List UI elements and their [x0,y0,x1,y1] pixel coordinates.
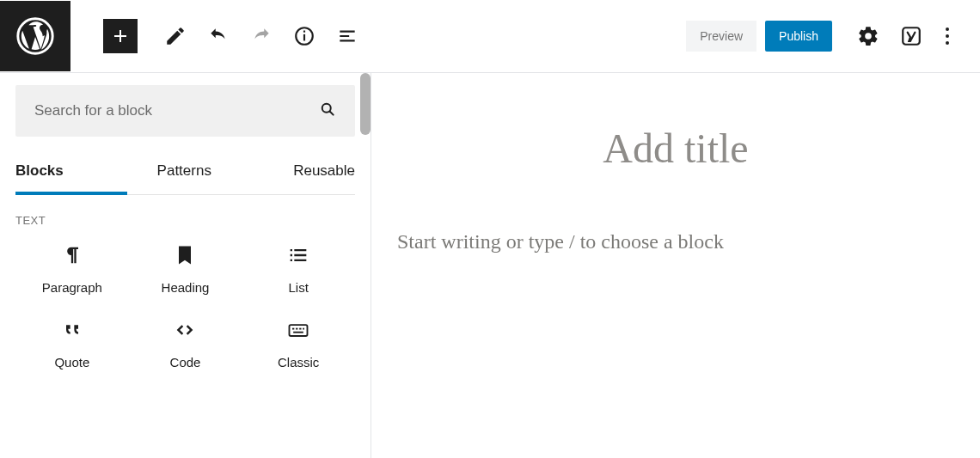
search-input[interactable] [34,102,319,119]
block-heading[interactable]: Heading [129,242,242,295]
more-options-button[interactable] [937,27,958,45]
block-label: List [288,280,308,295]
yoast-button[interactable] [894,19,928,53]
add-block-button[interactable] [103,19,138,53]
block-label: Paragraph [42,280,102,295]
svg-rect-9 [296,328,297,330]
inserter-tabs: Blocks Patterns Reusable [15,152,355,195]
post-body-input[interactable]: Start writing or type / to choose a bloc… [397,230,954,253]
preview-button[interactable]: Preview [686,21,756,52]
svg-line-6 [330,112,334,115]
settings-button[interactable] [851,19,885,53]
editor-canvas: Add title Start writing or type / to cho… [371,73,980,458]
tab-blocks[interactable]: Blocks [15,152,127,195]
block-list[interactable]: List [242,242,355,295]
post-title-input[interactable]: Add title [397,125,954,172]
dots-icon [946,27,949,31]
svg-rect-12 [293,332,303,333]
info-icon [293,25,315,47]
block-quote[interactable]: Quote [15,317,129,369]
quote-icon [60,317,84,343]
main-body: Blocks Patterns Reusable TEXT Paragraph … [0,73,980,458]
category-heading: TEXT [15,214,355,227]
list-icon [286,242,310,268]
list-view-icon [336,25,358,47]
svg-rect-7 [290,325,308,336]
paragraph-icon [60,242,84,268]
plus-icon [110,26,131,46]
tab-patterns[interactable]: Patterns [127,152,242,194]
yoast-icon [900,25,922,47]
code-icon [173,317,197,343]
publish-button[interactable]: Publish [765,21,832,52]
svg-rect-2 [303,34,305,41]
block-inserter-panel: Blocks Patterns Reusable TEXT Paragraph … [0,73,371,458]
gear-icon [857,25,879,47]
block-classic[interactable]: Classic [242,317,355,369]
block-label: Heading [162,280,210,295]
search-box [15,85,355,137]
block-grid: Paragraph Heading List [15,242,355,369]
wordpress-logo[interactable] [0,1,70,71]
svg-rect-10 [299,328,301,330]
outline-button[interactable] [330,19,364,53]
block-label: Classic [278,355,319,369]
keyboard-icon [286,317,310,343]
toolbar-left-group [0,1,364,71]
redo-icon [250,25,273,47]
bookmark-icon [173,242,197,268]
toolbar-right-group: Preview Publish [686,19,973,53]
block-code[interactable]: Code [129,317,242,369]
wordpress-icon [16,17,54,55]
edit-tools-button[interactable] [158,19,193,53]
info-button[interactable] [287,19,322,53]
search-icon [319,101,336,121]
redo-button[interactable] [244,19,279,53]
block-paragraph[interactable]: Paragraph [15,242,129,295]
tab-reusable[interactable]: Reusable [242,152,356,194]
undo-icon [207,25,230,47]
block-label: Code [170,355,201,369]
pencil-icon [164,25,187,47]
block-label: Quote [54,355,89,369]
undo-button[interactable] [201,19,236,53]
top-toolbar: Preview Publish [0,0,980,73]
svg-rect-3 [303,31,305,33]
svg-rect-4 [903,27,920,45]
svg-rect-8 [292,328,294,330]
scrollbar-thumb[interactable] [360,73,371,135]
svg-rect-11 [303,328,304,330]
